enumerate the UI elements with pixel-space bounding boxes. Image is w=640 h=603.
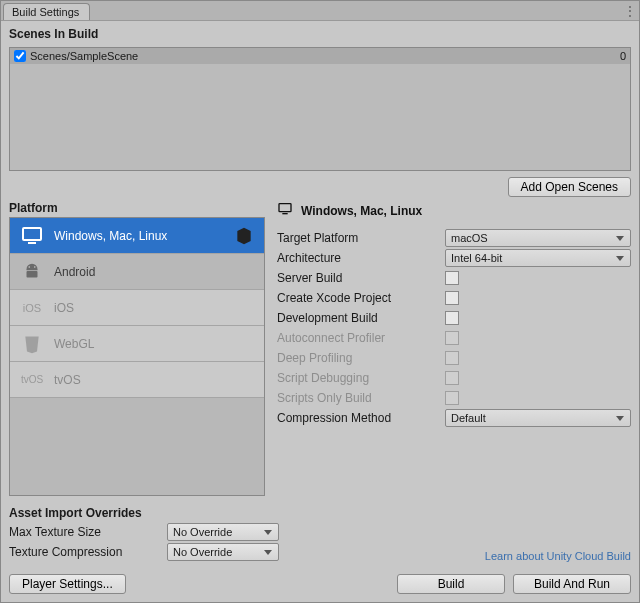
platform-item-ios[interactable]: iOS iOS bbox=[10, 290, 264, 326]
target-platform-label: Target Platform bbox=[277, 231, 445, 245]
svg-rect-6 bbox=[279, 204, 291, 212]
platform-label: iOS bbox=[54, 301, 74, 315]
max-texture-select[interactable]: No Override bbox=[167, 523, 279, 541]
tab-build-settings[interactable]: Build Settings bbox=[3, 3, 90, 20]
compression-label: Compression Method bbox=[277, 411, 445, 425]
architecture-label: Architecture bbox=[277, 251, 445, 265]
autoconnect-label: Autoconnect Profiler bbox=[277, 331, 445, 345]
svg-rect-5 bbox=[27, 271, 38, 277]
platform-item-tvos[interactable]: tvOS tvOS bbox=[10, 362, 264, 398]
unity-icon bbox=[234, 226, 254, 246]
script-debug-checkbox bbox=[445, 371, 459, 385]
deep-profiling-checkbox bbox=[445, 351, 459, 365]
target-platform-select[interactable]: macOS bbox=[445, 229, 631, 247]
platform-label: Windows, Mac, Linux bbox=[54, 229, 167, 243]
platform-label: Android bbox=[54, 265, 95, 279]
deep-profiling-label: Deep Profiling bbox=[277, 351, 445, 365]
build-and-run-button[interactable]: Build And Run bbox=[513, 574, 631, 594]
svg-rect-0 bbox=[23, 228, 41, 240]
svg-rect-1 bbox=[28, 242, 36, 244]
scene-checkbox[interactable] bbox=[14, 50, 26, 62]
scripts-only-label: Scripts Only Build bbox=[277, 391, 445, 405]
platform-item-standalone[interactable]: Windows, Mac, Linux bbox=[10, 218, 264, 254]
tab-label: Build Settings bbox=[12, 6, 79, 18]
scene-index: 0 bbox=[620, 50, 626, 62]
player-settings-button[interactable]: Player Settings... bbox=[9, 574, 126, 594]
tab-bar: Build Settings ⋮ bbox=[1, 1, 639, 21]
scene-row[interactable]: Scenes/SampleScene 0 bbox=[10, 48, 630, 64]
right-panel-title: Windows, Mac, Linux bbox=[301, 204, 422, 218]
right-panel-header: Windows, Mac, Linux bbox=[277, 201, 631, 220]
ios-icon: iOS bbox=[20, 296, 44, 320]
platform-item-webgl[interactable]: WebGL bbox=[10, 326, 264, 362]
tex-compression-label: Texture Compression bbox=[9, 545, 167, 559]
kebab-menu-icon[interactable]: ⋮ bbox=[621, 4, 639, 18]
tvos-icon: tvOS bbox=[20, 368, 44, 392]
platform-list: Windows, Mac, Linux Android iOS iOS bbox=[9, 217, 265, 496]
webgl-icon bbox=[20, 332, 44, 356]
architecture-select[interactable]: Intel 64-bit bbox=[445, 249, 631, 267]
monitor-icon bbox=[277, 201, 293, 220]
svg-rect-7 bbox=[282, 213, 287, 214]
platform-item-android[interactable]: Android bbox=[10, 254, 264, 290]
svg-point-4 bbox=[34, 266, 36, 268]
compression-select[interactable]: Default bbox=[445, 409, 631, 427]
android-icon bbox=[20, 260, 44, 284]
platform-label: tvOS bbox=[54, 373, 81, 387]
svg-marker-2 bbox=[237, 227, 250, 244]
script-debug-label: Script Debugging bbox=[277, 371, 445, 385]
scenes-list: Scenes/SampleScene 0 bbox=[9, 47, 631, 171]
tex-compression-select[interactable]: No Override bbox=[167, 543, 279, 561]
build-button[interactable]: Build bbox=[397, 574, 505, 594]
scene-path: Scenes/SampleScene bbox=[30, 50, 138, 62]
create-xcode-checkbox[interactable] bbox=[445, 291, 459, 305]
dev-build-label: Development Build bbox=[277, 311, 445, 325]
server-build-checkbox[interactable] bbox=[445, 271, 459, 285]
dev-build-checkbox[interactable] bbox=[445, 311, 459, 325]
svg-point-3 bbox=[28, 266, 30, 268]
scenes-in-build-title: Scenes In Build bbox=[9, 27, 631, 41]
asset-overrides-title: Asset Import Overrides bbox=[9, 506, 279, 520]
platform-title: Platform bbox=[9, 201, 265, 215]
add-open-scenes-button[interactable]: Add Open Scenes bbox=[508, 177, 631, 197]
scripts-only-checkbox bbox=[445, 391, 459, 405]
create-xcode-label: Create Xcode Project bbox=[277, 291, 445, 305]
server-build-label: Server Build bbox=[277, 271, 445, 285]
platform-label: WebGL bbox=[54, 337, 94, 351]
cloud-build-link[interactable]: Learn about Unity Cloud Build bbox=[485, 550, 631, 562]
max-texture-label: Max Texture Size bbox=[9, 525, 167, 539]
monitor-icon bbox=[20, 224, 44, 248]
autoconnect-checkbox bbox=[445, 331, 459, 345]
